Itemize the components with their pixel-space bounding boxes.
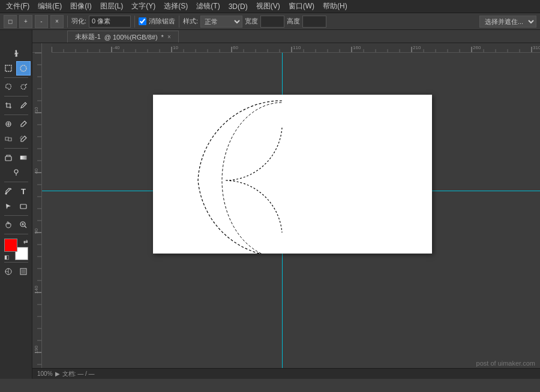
svg-point-2 <box>21 85 26 89</box>
svg-rect-12 <box>22 270 25 273</box>
menu-edit[interactable]: 编辑(E) <box>34 0 65 13</box>
svg-point-13 <box>222 102 342 254</box>
intersect-selection-btn[interactable]: × <box>50 15 64 28</box>
svg-rect-14 <box>153 95 282 254</box>
left-ruler-canvas <box>32 53 42 379</box>
add-selection-btn[interactable]: + <box>19 15 32 28</box>
status-zoom: 100% <box>37 370 53 377</box>
status-info: 文档: — / — <box>62 370 95 378</box>
options-bar: ◻ + - × 羽化: 消除锯齿 样式: 正常 固定比例 固定大小 宽度 高度 … <box>0 13 540 30</box>
tool-group-heal <box>1 117 31 131</box>
tool-marquee-rect[interactable] <box>1 61 16 76</box>
new-selection-btn[interactable]: ◻ <box>4 15 17 28</box>
svg-rect-15 <box>282 95 432 254</box>
svg-point-1 <box>20 65 26 71</box>
tool-group-clone <box>1 132 31 146</box>
select-subject-select[interactable]: 选择并遮住... <box>479 16 536 28</box>
separator-1 <box>67 16 68 28</box>
status-separator: ▶ <box>55 370 60 377</box>
svg-rect-8 <box>20 204 26 209</box>
menu-layer[interactable]: 图层(L) <box>97 0 127 13</box>
tool-group-crop <box>1 98 31 113</box>
svg-rect-0 <box>5 65 11 71</box>
tool-group-eraser <box>1 150 31 165</box>
tool-history-brush[interactable] <box>16 132 31 146</box>
tool-gradient[interactable] <box>16 150 31 165</box>
menu-help[interactable]: 帮助(H) <box>319 0 351 13</box>
tab-modified: * <box>161 34 164 41</box>
tool-group-select <box>1 61 31 76</box>
tool-path-select[interactable] <box>1 199 16 213</box>
tool-crop[interactable] <box>1 98 16 113</box>
tool-sep-7 <box>4 234 28 234</box>
width-input[interactable] <box>260 16 284 28</box>
antialias-label: 消除锯齿 <box>149 17 175 26</box>
tab-close-btn[interactable]: × <box>167 34 171 40</box>
menu-bar: 文件(F) 编辑(E) 图像(I) 图层(L) 文字(Y) 选择(S) 滤镜(T… <box>0 0 540 13</box>
tool-sep-3 <box>4 114 28 115</box>
menu-image[interactable]: 图像(I) <box>67 0 95 13</box>
tool-quick-mask[interactable] <box>1 264 16 279</box>
color-swatch-area: ⇄ ◧ <box>4 239 28 260</box>
tool-brush[interactable] <box>16 117 31 131</box>
left-ruler <box>32 53 42 379</box>
tool-shape[interactable] <box>16 199 31 213</box>
tool-heal[interactable] <box>1 117 16 131</box>
tool-sep-4 <box>4 148 28 149</box>
menu-window[interactable]: 窗口(W) <box>285 0 318 13</box>
tool-sep-8 <box>4 262 28 263</box>
menu-view[interactable]: 视图(V) <box>253 0 284 13</box>
tool-group-dodge <box>9 165 23 180</box>
top-ruler-canvas <box>52 43 540 53</box>
tool-hand[interactable] <box>1 218 16 232</box>
canvas-document <box>153 95 432 254</box>
ruler-corner <box>32 43 42 53</box>
left-toolbar: T <box>0 30 32 379</box>
tool-marquee-ellipse[interactable] <box>16 61 31 76</box>
tool-sep-6 <box>4 215 28 216</box>
tool-clone[interactable] <box>1 132 16 146</box>
tool-dodge[interactable] <box>9 165 23 180</box>
svg-point-7 <box>5 193 7 194</box>
tool-pen[interactable] <box>1 184 16 198</box>
style-label: 样式: <box>183 17 198 26</box>
tool-eyedropper[interactable] <box>16 98 31 113</box>
tab-info: @ 100%(RGB/8#) <box>104 34 158 41</box>
tool-group-hand <box>1 218 31 232</box>
tool-sep-5 <box>4 182 28 182</box>
separator-3 <box>179 16 179 28</box>
canvas-row: post of uimaker.com <box>32 53 540 379</box>
main-area: T <box>0 30 540 379</box>
tool-screen-mode[interactable] <box>16 264 31 279</box>
tool-sep-1 <box>4 77 28 78</box>
menu-3d[interactable]: 3D(D) <box>225 1 251 12</box>
tool-type[interactable]: T <box>16 184 31 198</box>
tab-filename: 未标题-1 <box>75 32 101 41</box>
width-label: 宽度 <box>245 17 258 26</box>
subtract-selection-btn[interactable]: - <box>35 15 48 28</box>
tool-group-move <box>9 46 23 61</box>
tool-move[interactable] <box>9 46 23 61</box>
height-input[interactable] <box>302 16 326 28</box>
watermark: post of uimaker.com <box>476 360 535 367</box>
feather-input[interactable] <box>89 16 131 28</box>
svg-rect-4 <box>5 156 11 161</box>
swap-colors-icon[interactable]: ⇄ <box>23 239 28 245</box>
menu-filter[interactable]: 滤镜(T) <box>193 0 223 13</box>
style-select[interactable]: 正常 固定比例 固定大小 <box>200 16 242 28</box>
reset-colors-icon[interactable]: ◧ <box>4 254 10 260</box>
antialias-checkbox[interactable] <box>139 17 146 25</box>
top-ruler <box>52 43 540 53</box>
tool-sep-2 <box>4 96 28 97</box>
menu-select[interactable]: 选择(S) <box>160 0 191 13</box>
menu-file[interactable]: 文件(F) <box>2 0 33 13</box>
tool-group-pen: T <box>1 184 31 198</box>
canvas-scroll[interactable]: post of uimaker.com <box>42 53 540 379</box>
document-tab[interactable]: 未标题-1 @ 100%(RGB/8#) * × <box>67 31 179 43</box>
tool-lasso[interactable] <box>1 80 16 94</box>
menu-text[interactable]: 文字(Y) <box>128 0 159 13</box>
tool-quick-select[interactable] <box>16 80 31 94</box>
tool-zoom[interactable] <box>16 218 31 232</box>
foreground-color-swatch[interactable] <box>4 239 17 252</box>
tool-eraser[interactable] <box>1 150 16 165</box>
